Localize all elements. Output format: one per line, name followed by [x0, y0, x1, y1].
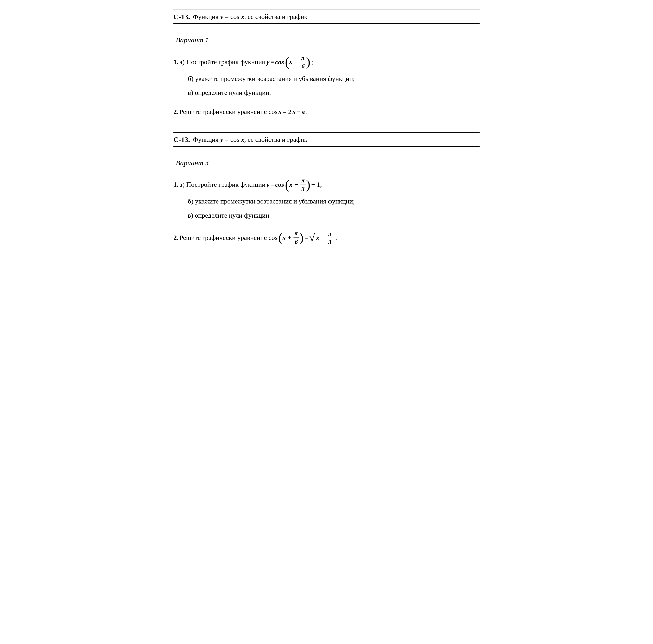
pi-2: π — [301, 106, 305, 118]
problem-number-1-v3: 1. — [173, 179, 178, 190]
problem-1-v3: 1. а) Постройте график фукнции y = cos (… — [173, 177, 480, 222]
semicolon-1: ; — [311, 56, 313, 68]
problem-1-v1: 1. а) Постройте график фукнции y = cos (… — [173, 54, 480, 99]
equals-eq-3: = — [305, 232, 308, 244]
eq-2: = 2 — [283, 106, 292, 118]
cos-label-1: cos — [275, 56, 284, 68]
header-title-1: Функция y = cos x, ее свойства и график — [193, 13, 307, 21]
problem-number-1-v1: 1. — [173, 56, 178, 68]
x-var-2: x — [279, 106, 282, 118]
equals-1: = — [270, 56, 274, 68]
frac-pi-6-eq-den: 6 — [294, 238, 299, 246]
section-variant1: С-13. Функция y = cos x, ее свойства и г… — [173, 9, 480, 118]
minus-1: − — [293, 56, 300, 68]
sub-c-v1: в) определите нули функции. — [188, 87, 480, 99]
big-paren-right-3: ) — [306, 179, 310, 191]
x-eq-3: x — [283, 232, 286, 244]
variant-label-3: Вариант 3 — [176, 159, 480, 167]
x-sqrt-3: x — [316, 232, 319, 244]
header-code-3: С-13. — [173, 136, 190, 144]
frac-pi-6: π 6 — [300, 54, 306, 70]
paren-left-1: ( x − π 6 ) — [285, 54, 311, 70]
frac-pi-3-sqrt-den: 3 — [327, 238, 332, 246]
problem-2-v1-text: Решите графически уравнение cos — [179, 106, 277, 118]
y-label-1: y — [266, 56, 269, 68]
sqrt-wrapper-3: √ x − π 3 — [309, 229, 334, 247]
problem-number-2-v3: 2. — [173, 232, 178, 244]
frac-pi-3-num: π — [300, 177, 306, 185]
sub-b-v3-text: б) укажите промежутки возрастания и убыв… — [188, 198, 355, 205]
problem-1-v3-text-a: а) Постройте график фукнции — [179, 179, 266, 190]
sub-c-v3-text: в) определите нули функции. — [188, 212, 271, 219]
header-bar-variant1: С-13. Функция y = cos x, ее свойства и г… — [173, 9, 480, 24]
problem-2-v1-line: 2. Решите графически уравнение cos x = 2… — [173, 106, 480, 118]
dot-2: . — [306, 106, 308, 118]
cos-label-3: cos — [275, 179, 284, 190]
frac-pi-3-sqrt: π 3 — [327, 230, 333, 246]
frac-pi-3-den: 3 — [300, 185, 306, 193]
header-bar-variant3: С-13. Функция y = cos x, ее свойства и г… — [173, 132, 480, 147]
problem-2-v3-text: Решите графически уравнение cos — [179, 232, 277, 244]
sub-b-v1: б) укажите промежутки возрастания и убыв… — [188, 73, 480, 85]
minus-sqrt-3: − — [319, 232, 327, 244]
paren-3: ( x − π 3 ) — [285, 177, 311, 193]
problem-1-v3-line-a: 1. а) Постройте график фукнции y = cos (… — [173, 177, 480, 193]
sub-b-v3: б) укажите промежутки возрастания и убыв… — [188, 196, 480, 207]
section-variant3: С-13. Функция y = cos x, ее свойства и г… — [173, 132, 480, 247]
header-title-3: Функция y = cos x, ее свойства и график — [193, 136, 307, 143]
sub-c-v3: в) определите нули функции. — [188, 209, 480, 222]
sqrt-symbol-3: √ — [309, 232, 315, 243]
problem-number-2-v1: 2. — [173, 106, 178, 118]
big-paren-eq-right-3: ) — [299, 231, 303, 244]
x-var-1: x — [289, 56, 293, 68]
problem-1-v1-text-a: а) Постройте график фукнции — [179, 56, 266, 68]
problem-1-v1-line-a: 1. а) Постройте график фукнции y = cos (… — [173, 54, 480, 70]
sub-c-v1-text: в) определите нули функции. — [188, 89, 271, 96]
variant-label-1: Вариант 1 — [176, 36, 480, 44]
header-code-1: С-13. — [173, 13, 190, 21]
frac-pi-3-sqrt-num: π — [327, 230, 333, 238]
minus-pi-2: − — [297, 106, 301, 118]
big-paren-eq-left-3: ( — [279, 231, 283, 244]
paren-eq-3: ( x + π 6 ) — [279, 229, 304, 246]
frac-pi-3: π 3 — [300, 177, 306, 193]
problem-2-v3-line: 2. Решите графически уравнение cos ( x +… — [173, 229, 480, 247]
sqrt-content-3: x − π 3 — [315, 229, 334, 247]
x-var-3: x — [289, 179, 293, 190]
frac-pi-6-num: π — [300, 54, 306, 62]
big-paren-right-1: ) — [306, 56, 310, 68]
dot-3: . — [335, 232, 337, 244]
big-paren-left-1: ( — [285, 56, 289, 68]
big-paren-left-3: ( — [285, 179, 289, 191]
x-2b: x — [293, 106, 296, 118]
minus-3: − — [293, 179, 300, 190]
plus-one-3: + 1; — [311, 179, 322, 190]
frac-pi-6-den: 6 — [300, 62, 306, 70]
problem-2-v3: 2. Решите графически уравнение cos ( x +… — [173, 229, 480, 247]
frac-pi-6-eq-num: π — [293, 229, 299, 238]
y-label-3: y — [266, 179, 269, 190]
problem-2-v1: 2. Решите графически уравнение cos x = 2… — [173, 106, 480, 118]
sub-b-v1-text: б) укажите промежутки возрастания и убыв… — [188, 75, 355, 82]
plus-eq-3: + — [286, 232, 293, 244]
equals-3: = — [270, 179, 274, 190]
frac-pi-6-eq: π 6 — [293, 229, 299, 246]
